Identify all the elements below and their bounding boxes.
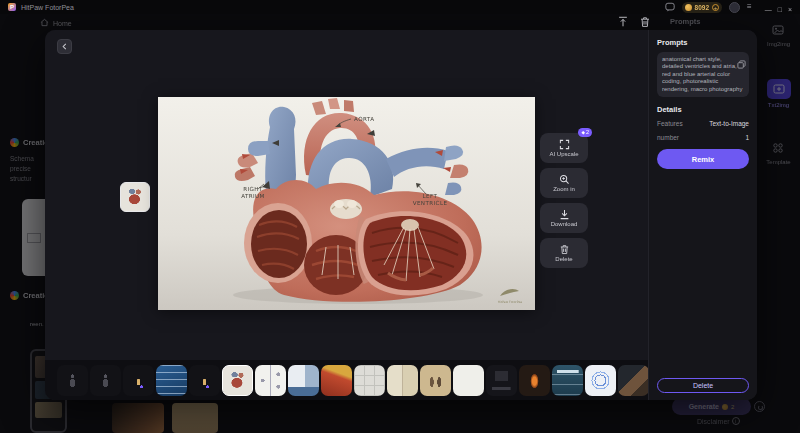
label-right-atrium: RIGHT	[243, 186, 263, 192]
generation-thumbnail[interactable]	[519, 365, 550, 396]
creation-preview-card	[22, 199, 45, 276]
prompt-textarea[interactable]: anatomical chart style, detailed ventric…	[657, 52, 749, 97]
action-label: Download	[551, 221, 578, 227]
sidebar-item-home[interactable]: Home	[40, 18, 72, 28]
image-action-buttons: AI Upscale2Zoom inDownloadDelete	[540, 133, 588, 268]
generate-cost: 2	[731, 404, 734, 410]
detail-value: 1	[745, 134, 749, 142]
generation-thumbnail[interactable]	[57, 365, 88, 396]
remix-button[interactable]: Remix	[657, 149, 749, 169]
sidebar-item-label: Home	[53, 20, 72, 27]
user-avatar[interactable]	[729, 2, 740, 13]
detail-rows: FeaturesText-to-Imagenumber1	[657, 120, 749, 142]
mode-nav-label: Img2img	[767, 41, 790, 47]
feedback-chat-icon[interactable]	[665, 2, 675, 12]
coin-icon	[685, 4, 692, 11]
label-right-atrium: ATRIUM	[241, 193, 265, 199]
detail-value: Text-to-Image	[709, 120, 749, 128]
filmstrip	[45, 360, 648, 400]
delete-icon	[559, 244, 570, 255]
gemini-icon	[10, 138, 19, 147]
menu-icon[interactable]: ≡	[747, 2, 752, 12]
mode-nav-txt2img[interactable]: Txt2img	[767, 79, 791, 108]
action-label: Delete	[555, 256, 572, 262]
action-label: AI Upscale	[549, 151, 578, 157]
generation-thumbnail[interactable]	[453, 365, 484, 396]
coin-icon	[722, 404, 728, 410]
mode-nav-template[interactable]: Template	[766, 140, 790, 165]
close-button[interactable]: ×	[788, 6, 792, 13]
img2img-icon	[768, 22, 788, 38]
generation-thumbnail[interactable]	[321, 365, 352, 396]
delete-button[interactable]: Delete	[657, 378, 749, 393]
maximize-button[interactable]: □	[778, 6, 782, 13]
gemini-icon	[10, 291, 19, 300]
prompts-section-title: Prompts	[657, 38, 749, 47]
generation-thumbnail[interactable]	[618, 365, 648, 396]
delete-top-icon[interactable]	[638, 15, 652, 29]
generation-thumbnail[interactable]	[156, 365, 187, 396]
window-controls: —□×	[759, 0, 792, 16]
export-icon[interactable]	[616, 15, 630, 29]
mode-nav-label: Template	[766, 159, 790, 165]
label-aorta: AORTA	[354, 116, 374, 122]
minimize-button[interactable]: —	[765, 6, 772, 13]
generation-thumbnail[interactable]	[354, 365, 385, 396]
delete-button[interactable]: Delete	[540, 238, 588, 268]
generation-thumbnail[interactable]	[189, 365, 220, 396]
label-left-ventricle: LEFT	[423, 193, 438, 199]
watermark-text: HitPaw FotorPea	[498, 300, 522, 304]
background-image-card	[112, 403, 164, 433]
detail-row: FeaturesText-to-Image	[657, 120, 749, 128]
details-panel: Prompts anatomical chart style, detailed…	[648, 30, 757, 400]
credits-badge[interactable]: 8092 +	[682, 2, 722, 13]
generation-thumbnail[interactable]	[288, 365, 319, 396]
background-prompts-header: Prompts	[670, 17, 700, 26]
add-credits-icon[interactable]: +	[712, 4, 719, 11]
app-title: HitPaw FotorPea	[21, 4, 74, 11]
generation-thumbnail[interactable]	[255, 365, 286, 396]
anatomical-heart-illustration: AORTA RIGHT ATRIUM LEFT VENTRICLE HitPaw…	[158, 97, 535, 310]
mode-nav-strip: Img2imgTxt2imgTemplate	[757, 14, 800, 433]
details-section-title: Details	[657, 105, 749, 114]
zoomin-button[interactable]: Zoom in	[540, 168, 588, 198]
detail-row: number1	[657, 134, 749, 142]
mode-nav-label: Txt2img	[768, 102, 789, 108]
txt2img-icon	[767, 79, 791, 99]
generation-thumbnail[interactable]	[387, 365, 418, 396]
disclaimer-link[interactable]: Disclaimer	[697, 417, 740, 425]
generate-button[interactable]: Generate 2	[672, 398, 751, 415]
background-image-card	[172, 403, 218, 433]
template-icon	[768, 140, 788, 156]
download-button[interactable]: Download	[540, 203, 588, 233]
upscale-icon	[559, 139, 570, 150]
generation-thumbnail[interactable]	[552, 365, 583, 396]
label-left-ventricle: VENTRICLE	[413, 200, 448, 206]
generation-thumbnail[interactable]	[90, 365, 121, 396]
upscale-button[interactable]: AI Upscale2	[540, 133, 588, 163]
generation-thumbnail[interactable]	[486, 365, 517, 396]
generation-thumbnail-selected[interactable]	[222, 365, 253, 396]
prompt-text: anatomical chart style, detailed ventric…	[662, 56, 744, 93]
info-icon	[732, 417, 740, 425]
copy-icon[interactable]	[737, 55, 746, 64]
home-icon	[40, 18, 49, 28]
image-detail-modal: AORTA RIGHT ATRIUM LEFT VENTRICLE HitPaw…	[45, 30, 757, 400]
credits-count: 8092	[695, 4, 709, 11]
download-icon	[559, 209, 570, 220]
app-logo: P	[8, 3, 16, 11]
clipped-text-fragment: reen.	[30, 321, 44, 327]
back-button[interactable]	[57, 39, 72, 54]
credit-cost-badge: 2	[578, 128, 592, 137]
image-viewer: AORTA RIGHT ATRIUM LEFT VENTRICLE HitPaw…	[45, 30, 648, 400]
history-icon[interactable]	[754, 401, 765, 412]
generation-thumbnail[interactable]	[420, 365, 451, 396]
selected-version-thumbnail[interactable]	[120, 182, 150, 212]
generation-thumbnail[interactable]	[585, 365, 616, 396]
detail-label: number	[657, 134, 679, 142]
action-label: Zoom in	[553, 186, 575, 192]
zoomin-icon	[559, 174, 570, 185]
mode-nav-img2img[interactable]: Img2img	[767, 22, 790, 47]
generation-thumbnail[interactable]	[123, 365, 154, 396]
detail-label: Features	[657, 120, 683, 128]
